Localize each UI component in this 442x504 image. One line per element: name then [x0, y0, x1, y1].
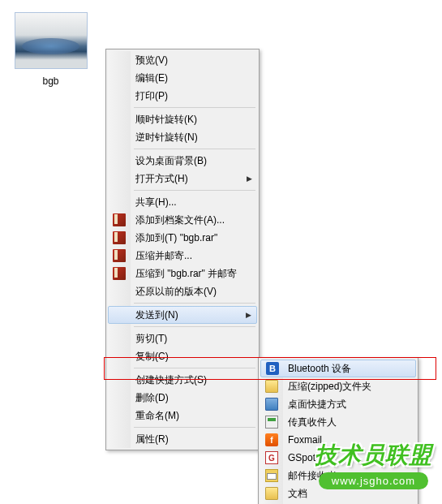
menu-item[interactable]: 剪切(T)	[108, 330, 257, 347]
menu-item[interactable]: 逆时针旋转(N)	[108, 128, 257, 146]
context-menu: 预览(V)编辑(E)打印(P)顺时针旋转(K)逆时针旋转(N)设为桌面背景(B)…	[105, 49, 260, 450]
mail-icon	[265, 469, 278, 482]
folder-icon	[265, 380, 278, 393]
menu-separator	[134, 107, 255, 108]
menu-item-label: 添加到(T) "bgb.rar"	[135, 231, 217, 245]
menu-separator	[134, 368, 255, 368]
menu-item[interactable]: 创建快捷方式(S)	[108, 371, 257, 389]
submenu-item-label: 文档	[288, 487, 307, 501]
menu-item[interactable]: 压缩并邮寄...	[108, 247, 257, 265]
menu-item[interactable]: 发送到(N)▶	[108, 306, 257, 324]
bluetooth-icon: B	[266, 362, 279, 375]
menu-separator	[134, 303, 255, 304]
menu-item[interactable]: 复制(C)	[108, 347, 257, 365]
submenu-item[interactable]: 桌面快捷方式	[260, 395, 416, 413]
menu-item-label: 编辑(E)	[135, 71, 168, 85]
menu-item-label: 预览(V)	[135, 54, 168, 67]
menu-item[interactable]: 还原以前的版本(V)	[108, 282, 257, 300]
books-icon	[113, 249, 126, 262]
submenu-item-label: Bluetooth 设备	[288, 362, 351, 376]
books-icon	[113, 213, 126, 226]
image-thumbnail	[15, 12, 88, 69]
menu-item[interactable]: 顺时针旋转(K)	[108, 110, 257, 128]
desktop-icon	[265, 398, 278, 411]
menu-item-label: 剪切(T)	[135, 332, 167, 346]
watermark: 技术员联盟 www.jsgho.com	[315, 440, 432, 489]
menu-item[interactable]: 共享(H)...	[108, 193, 257, 211]
menu-separator	[134, 190, 255, 191]
menu-item[interactable]: 删除(D)	[108, 389, 257, 407]
foxmail-icon: f	[265, 433, 278, 446]
menu-item[interactable]: 打开方式(H)▶	[108, 170, 257, 187]
submenu-item[interactable]: 压缩(zipped)文件夹	[260, 377, 416, 395]
menu-item-label: 重命名(M)	[135, 409, 179, 423]
menu-item-label: 顺时针旋转(K)	[135, 113, 197, 127]
menu-item-label: 发送到(N)	[135, 308, 178, 322]
menu-item[interactable]: 编辑(E)	[108, 69, 257, 87]
file-label: bgb	[12, 75, 89, 87]
menu-item-label: 还原以前的版本(V)	[135, 285, 217, 299]
menu-item[interactable]: 添加到档案文件(A)...	[108, 211, 257, 229]
submenu-item-label: 桌面快捷方式	[288, 398, 346, 411]
books-icon	[113, 267, 126, 280]
menu-item-label: 创建快捷方式(S)	[135, 373, 207, 387]
menu-item-label: 打开方式(H)	[135, 172, 188, 186]
watermark-text: 技术员联盟	[315, 440, 432, 471]
menu-separator	[134, 149, 255, 149]
books-icon	[113, 231, 126, 244]
menu-item-label: 删除(D)	[135, 391, 169, 405]
fax-icon	[265, 416, 278, 429]
submenu-item-label: 压缩(zipped)文件夹	[288, 380, 371, 394]
gspot-icon: G	[265, 451, 278, 464]
docs-icon	[265, 487, 278, 500]
submenu-arrow-icon: ▶	[246, 311, 251, 319]
menu-item-label: 属性(R)	[135, 433, 169, 446]
menu-item[interactable]: 属性(R)	[108, 430, 257, 448]
menu-item-label: 打印(P)	[135, 89, 168, 103]
submenu-arrow-icon: ▶	[247, 174, 252, 183]
menu-item-label: 压缩到 "bgb.rar" 并邮寄	[135, 267, 237, 281]
menu-item[interactable]: 压缩到 "bgb.rar" 并邮寄	[108, 265, 257, 282]
menu-item[interactable]: 添加到(T) "bgb.rar"	[108, 229, 257, 247]
menu-item-label: 共享(H)...	[135, 196, 177, 209]
submenu-item-label: GSpot	[288, 452, 315, 463]
menu-separator	[134, 427, 255, 428]
menu-separator	[134, 326, 255, 327]
menu-item[interactable]: 重命名(M)	[108, 407, 257, 424]
menu-item-label: 设为桌面背景(B)	[135, 154, 207, 168]
watermark-url: www.jsgho.com	[319, 472, 428, 489]
menu-item-label: 添加到档案文件(A)...	[135, 213, 225, 227]
submenu-item[interactable]: 传真收件人	[260, 413, 416, 431]
menu-item[interactable]: 预览(V)	[108, 51, 257, 69]
menu-item-label: 压缩并邮寄...	[135, 249, 192, 263]
menu-item[interactable]: 打印(P)	[108, 87, 257, 105]
menu-item-label: 复制(C)	[135, 350, 169, 364]
file-thumbnail-item[interactable]: bgb	[12, 12, 89, 87]
menu-item-label: 逆时针旋转(N)	[135, 131, 198, 144]
submenu-item-label: 传真收件人	[288, 416, 337, 429]
submenu-item[interactable]: BBluetooth 设备	[260, 360, 416, 377]
menu-item[interactable]: 设为桌面背景(B)	[108, 152, 257, 170]
